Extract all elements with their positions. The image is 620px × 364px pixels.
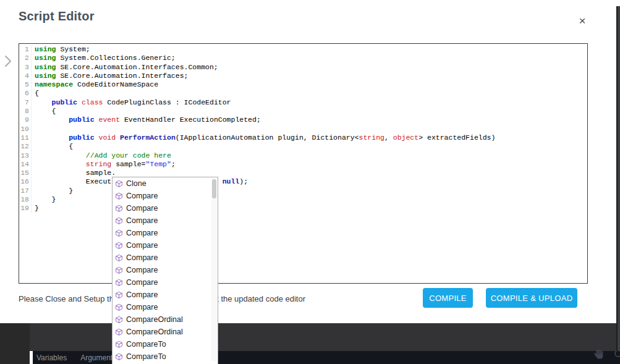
cube-icon (115, 266, 123, 274)
autocomplete-item-label: Compare (126, 204, 158, 213)
collapse-chevron-icon[interactable] (4, 53, 12, 72)
cube-icon (115, 229, 123, 237)
autocomplete-dropdown: Clone Compare Compare Compare Compare (112, 177, 218, 364)
autocomplete-item-label: Compare (126, 253, 158, 262)
autocomplete-item[interactable]: Compare (113, 202, 218, 214)
code-line: 2using System.Collections.Generic; (19, 54, 587, 62)
cube-icon (115, 291, 123, 299)
app-left-sidebar (0, 323, 30, 364)
line-number: 6 (19, 89, 32, 98)
line-number: 10 (19, 125, 32, 133)
autocomplete-item-label: CompareTo (126, 340, 166, 349)
autocomplete-item-label: Compare (126, 229, 158, 237)
dropdown-scrollbar-thumb[interactable] (212, 179, 216, 198)
cube-icon (115, 192, 123, 200)
code-line: 3using SE.Core.Automation.Interfaces.Com… (19, 63, 587, 72)
autocomplete-item[interactable]: Compare (113, 227, 218, 239)
line-number: 5 (19, 80, 32, 89)
pan-hand-icon[interactable] (593, 348, 605, 363)
app-right-edge-strip (616, 6, 620, 351)
code-line: 14 string sample="Temp"; (19, 160, 587, 169)
cube-icon (115, 180, 123, 188)
line-number: 16 (19, 177, 32, 186)
autocomplete-item[interactable]: Compare (113, 289, 218, 301)
code-line: 8 { (19, 107, 587, 116)
line-number: 1 (19, 45, 32, 54)
close-icon: × (579, 14, 585, 28)
code-line: 13 //Add your code here (19, 151, 587, 160)
code-line: 9 public event EventHandler ExecutionCom… (19, 116, 587, 124)
code-line: 17 } (19, 187, 587, 195)
code-line: 4using SE.Core.Automation.Interfaces; (19, 72, 587, 80)
line-number: 19 (19, 204, 32, 213)
code-line: 5namespace CodeEditorNameSpace (19, 80, 587, 89)
line-number: 8 (19, 107, 32, 116)
line-number: 14 (19, 160, 32, 169)
line-number: 15 (19, 169, 32, 177)
cube-icon (115, 303, 123, 311)
autocomplete-item[interactable]: Compare (113, 301, 218, 313)
autocomplete-item[interactable]: CompareOrdinal (113, 326, 218, 338)
autocomplete-item[interactable]: CompareOrdinal (113, 313, 218, 326)
autocomplete-item[interactable]: Compare (113, 190, 218, 202)
cube-icon (115, 279, 123, 287)
line-number: 4 (19, 72, 32, 80)
line-number: 17 (19, 187, 32, 195)
autocomplete-item-label: Compare (126, 290, 158, 299)
cube-icon (115, 328, 123, 336)
autocomplete-item[interactable]: Compare (113, 239, 218, 252)
autocomplete-item[interactable]: Compare (113, 252, 218, 264)
autocomplete-item-label: Clone (126, 179, 147, 188)
cube-icon (115, 353, 123, 361)
code-line: 12 { (19, 142, 587, 151)
zoom-icon[interactable] (614, 349, 620, 362)
line-number: 18 (19, 195, 32, 204)
autocomplete-item[interactable]: Compare (113, 264, 218, 276)
code-line: 16 ExecutionCompleted.Invoke(this, null)… (19, 177, 587, 186)
autocomplete-item-label: Compare (126, 216, 158, 225)
tab-variables[interactable]: Variables (36, 353, 67, 362)
autocomplete-item[interactable]: Clone (113, 177, 218, 190)
line-number: 2 (19, 54, 32, 62)
compile-button[interactable]: COMPILE (423, 288, 473, 308)
script-editor-dialog: Script Editor × 1using System;2using Sys… (0, 0, 620, 364)
tab-arguments[interactable]: Arguments (80, 353, 116, 362)
autocomplete-item-label: Compare (126, 266, 158, 274)
code-line: 6{ (19, 89, 587, 98)
autocomplete-item[interactable]: Compare (113, 214, 218, 227)
autocomplete-item[interactable]: Compare (113, 276, 218, 289)
autocomplete-item-label: CompareOrdinal (126, 328, 183, 336)
cube-icon (115, 205, 123, 213)
close-button[interactable]: × (574, 13, 590, 29)
autocomplete-item-label: CompareTo (126, 352, 166, 361)
code-line: 19} (19, 204, 587, 213)
code-line: 11 public void PerformAction(IApplicatio… (19, 133, 587, 142)
autocomplete-item-label: Compare (126, 241, 158, 250)
autocomplete-item-label: Compare (126, 192, 158, 200)
autocomplete-item[interactable]: CompareTo (113, 338, 218, 350)
code-lines: 1using System;2using System.Collections.… (19, 45, 587, 213)
line-number: 3 (19, 63, 32, 72)
code-line: 15 sample. (19, 169, 587, 177)
line-number: 9 (19, 116, 32, 124)
line-number: 13 (19, 151, 32, 160)
line-number: 12 (19, 142, 32, 151)
cube-icon (115, 316, 123, 324)
cube-icon (115, 242, 123, 250)
cube-icon (115, 341, 123, 349)
line-number: 7 (19, 98, 32, 107)
cube-icon (115, 254, 123, 262)
autocomplete-item-label: Compare (126, 303, 158, 311)
autocomplete-item-label: Compare (126, 278, 158, 287)
cube-icon (115, 217, 123, 225)
autocomplete-list: Clone Compare Compare Compare Compare (113, 177, 218, 363)
code-line: 7 public class CodePluginClass : ICodeEd… (19, 98, 587, 107)
autocomplete-item-label: CompareOrdinal (126, 315, 183, 324)
code-editor[interactable]: 1using System;2using System.Collections.… (19, 43, 588, 284)
code-line: 10 (19, 125, 587, 133)
page-title: Script Editor (19, 9, 95, 23)
compile-upload-button[interactable]: COMPILE & UPLOAD (486, 288, 577, 308)
autocomplete-item[interactable]: CompareTo (113, 350, 218, 363)
code-line: 18 } (19, 195, 587, 204)
code-line: 1using System; (19, 45, 587, 54)
